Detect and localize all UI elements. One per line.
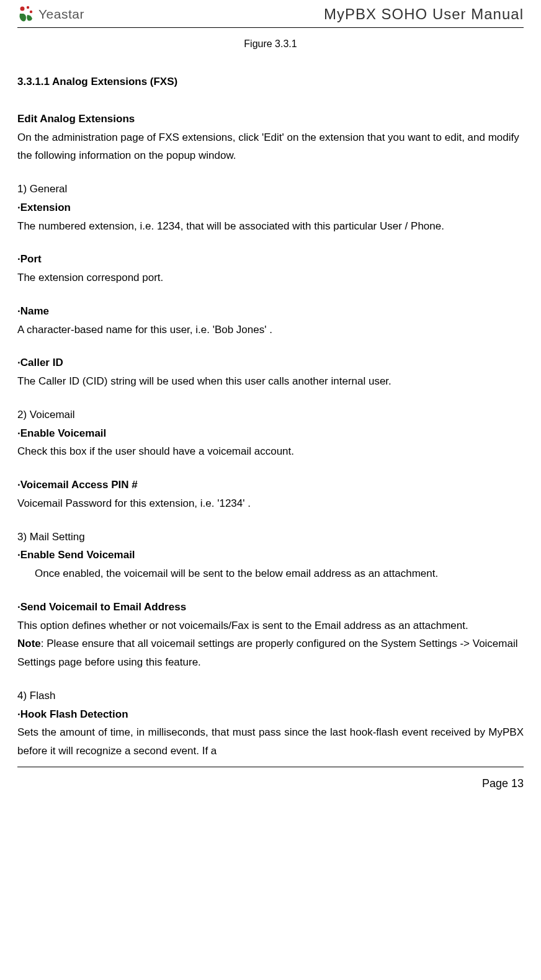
note-line: Note: Please ensure that all voicemail s… (17, 635, 524, 672)
page-content: Figure 3.3.1 3.3.1.1 Analog Extensions (… (17, 28, 524, 760)
voicemail-pin-desc: Voicemail Password for this extension, i… (17, 494, 524, 513)
figure-caption: Figure 3.3.1 (17, 35, 524, 53)
voicemail-heading: 2) Voicemail (17, 406, 524, 424)
logo: Yeastar (17, 5, 84, 24)
flash-heading: 4) Flash (17, 687, 524, 705)
yeastar-logo-icon (17, 5, 36, 24)
enable-send-desc: Once enabled, the voicemail will be sent… (17, 564, 524, 583)
port-desc: The extension correspond port. (17, 269, 524, 287)
enable-voicemail-desc: Check this box if the user should have a… (17, 442, 524, 461)
hook-flash-label: ·Hook Flash Detection (17, 705, 524, 724)
name-desc: A character-based name for this user, i.… (17, 321, 524, 339)
send-email-desc: This option defines whether or not voice… (17, 617, 524, 635)
svg-point-0 (20, 7, 25, 11)
note-label: Note (17, 638, 41, 649)
enable-voicemail-label: ·Enable Voicemail (17, 424, 524, 443)
callerid-label: ·Caller ID (17, 354, 524, 372)
name-label: ·Name (17, 302, 524, 321)
page-header: Yeastar MyPBX SOHO User Manual (17, 0, 524, 28)
svg-point-2 (30, 11, 32, 13)
mail-heading: 3) Mail Setting (17, 528, 524, 546)
document-title: MyPBX SOHO User Manual (324, 6, 524, 23)
enable-send-label: ·Enable Send Voicemail (17, 546, 524, 564)
callerid-desc: The Caller ID (CID) string will be used … (17, 372, 524, 391)
svg-point-1 (27, 6, 29, 9)
page-footer: Page 13 (17, 767, 524, 803)
edit-description: On the administration page of FXS extens… (17, 128, 524, 166)
page-number: Page 13 (482, 777, 524, 790)
hook-flash-desc: Sets the amount of time, in milliseconds… (17, 723, 524, 760)
note-desc: : Please ensure that all voicemail setti… (17, 638, 517, 668)
edit-heading: Edit Analog Extensions (17, 110, 524, 128)
extension-label: ·Extension (17, 198, 524, 217)
extension-desc: The numbered extension, i.e. 1234, that … (17, 217, 524, 236)
logo-text: Yeastar (38, 7, 84, 22)
voicemail-pin-label: ·Voicemail Access PIN # (17, 476, 524, 494)
general-heading: 1) General (17, 180, 524, 198)
section-title: 3.3.1.1 Analog Extensions (FXS) (17, 73, 524, 91)
port-label: ·Port (17, 250, 524, 269)
send-email-label: ·Send Voicemail to Email Address (17, 598, 524, 617)
